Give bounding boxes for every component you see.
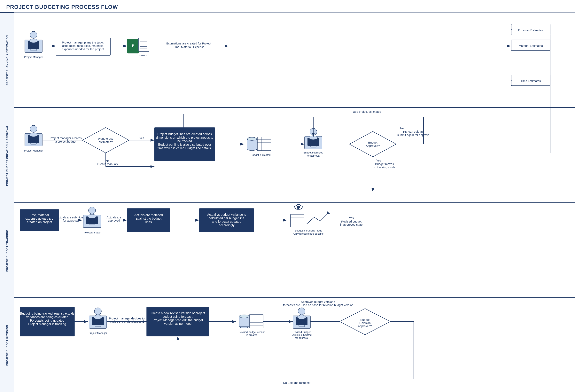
svg-point-6 xyxy=(30,31,37,38)
svg-point-104 xyxy=(88,214,96,218)
svg-text:No: No xyxy=(400,126,404,130)
svg-text:Actuals are submitted: Actuals are submitted xyxy=(57,216,85,219)
svg-point-7 xyxy=(29,39,38,43)
svg-rect-15 xyxy=(139,38,149,51)
content-area: PROJECT PLANNING & ESTIMATION PROJECT BU… xyxy=(0,12,575,392)
svg-text:👁: 👁 xyxy=(294,202,304,214)
svg-text:Approved?: Approved? xyxy=(366,144,380,147)
svg-text:Variances are being calculated: Variances are being calculated xyxy=(26,315,69,319)
svg-rect-5 xyxy=(31,49,36,51)
svg-text:schedules, resources, material: schedules, resources, materials, xyxy=(62,44,104,47)
main-title: PROJECT BUDGETING PROCESS FLOW xyxy=(0,0,575,12)
svg-text:Budget: Budget xyxy=(360,318,370,321)
svg-text:Time, material,: Time, material, xyxy=(29,213,49,217)
revised-submitted-icon: Revised Budget version submitted for app… xyxy=(292,308,311,339)
swimlane-label-1: PROJECT PLANNING & ESTIMATION xyxy=(0,12,14,108)
svg-text:created on project: created on project xyxy=(27,220,52,224)
svg-text:Create a new revised version o: Create a new revised version of project xyxy=(151,312,205,315)
svg-text:version as per need: version as per need xyxy=(164,322,192,325)
svg-point-158 xyxy=(239,315,249,318)
svg-text:version submitted: version submitted xyxy=(292,334,311,336)
svg-text:approved: approved xyxy=(108,219,120,222)
svg-text:is created: is created xyxy=(246,334,257,336)
flow-svg: Project Manager Project manager plans th… xyxy=(14,12,575,392)
svg-text:budget using forecast.: budget using forecast. xyxy=(162,315,193,318)
svg-text:for approval: for approval xyxy=(295,336,309,339)
svg-text:lines: lines xyxy=(145,220,152,224)
svg-point-63 xyxy=(247,137,257,140)
svg-rect-40 xyxy=(31,143,36,144)
svg-text:Use project estimates: Use project estimates xyxy=(353,110,381,113)
svg-text:in approved state: in approved state xyxy=(340,223,362,226)
svg-text:Create manualy: Create manualy xyxy=(97,162,118,166)
swimlanes: PROJECT PLANNING & ESTIMATION PROJECT BU… xyxy=(0,12,14,392)
svg-text:Forecasts being updated: Forecasts being updated xyxy=(30,319,64,322)
svg-rect-102 xyxy=(89,224,95,226)
svg-text:Yes: Yes xyxy=(349,216,354,220)
flow-area: Project Manager Project manager plans th… xyxy=(14,12,575,392)
svg-text:and forecast updated: and forecast updated xyxy=(212,220,241,223)
svg-rect-140 xyxy=(95,325,101,327)
svg-rect-119 xyxy=(290,214,304,227)
svg-text:Time, Material, Expense: Time, Material, Expense xyxy=(173,45,204,49)
pm-figure-row4: Project Manager xyxy=(89,308,107,335)
svg-point-142 xyxy=(94,315,102,319)
svg-rect-75 xyxy=(311,146,316,147)
svg-text:Revision: Revision xyxy=(359,321,371,324)
tracking-mode-icon: 👁 Budget in tracking mode Only forecasts… xyxy=(290,202,330,235)
svg-text:Project Manager: Project Manager xyxy=(89,332,107,335)
svg-text:Project: Project xyxy=(139,54,147,57)
pm-label-row1: Project Manager xyxy=(24,56,43,58)
svg-text:Material Estimates: Material Estimates xyxy=(519,44,543,47)
pm-figure-row3: Project Manager xyxy=(83,207,101,234)
svg-text:PM can edit and: PM can edit and xyxy=(403,130,424,133)
svg-text:Estimations are created for Pr: Estimations are created for Project xyxy=(166,42,211,45)
svg-text:Project Manager is tracking: Project Manager is tracking xyxy=(28,322,66,326)
svg-point-42 xyxy=(29,133,38,137)
svg-text:Project manager decides to: Project manager decides to xyxy=(109,317,145,320)
revised-budget-created-icon: Revised Budget version is created xyxy=(239,314,265,336)
svg-text:Time Estimates: Time Estimates xyxy=(521,79,541,82)
svg-text:P: P xyxy=(132,43,134,48)
swimlane-label-2: PROJECT BUDGET CREATION & APPROVAL xyxy=(0,108,14,203)
svg-text:Project Manager: Project Manager xyxy=(24,149,43,152)
svg-text:expenses needed for the projec: expenses needed for the project. xyxy=(62,47,104,51)
project-icon: P Project xyxy=(127,38,149,57)
swimlane-label-4: PROJECT BUDGET REVISION xyxy=(0,298,14,392)
budget-created-icon: Budget is created xyxy=(247,137,271,156)
svg-text:Revised Budget: Revised Budget xyxy=(293,331,311,334)
diagram-container: PROJECT BUDGETING PROCESS FLOW PROJECT P… xyxy=(0,0,575,392)
svg-text:Project Budget lines are creat: Project Budget lines are created across xyxy=(157,132,212,136)
svg-rect-64 xyxy=(257,137,271,150)
svg-text:Budget in tracking mode: Budget in tracking mode xyxy=(295,229,322,232)
svg-text:approved?: approved? xyxy=(358,324,372,328)
svg-text:estimates?: estimates? xyxy=(99,140,113,144)
pm-figure-row2: Project Manager xyxy=(24,125,43,152)
svg-text:be tracked: be tracked xyxy=(177,139,192,143)
svg-text:Revised Budget version: Revised Budget version xyxy=(239,331,265,334)
svg-text:Budget is being tracked agains: Budget is being tracked against actuals xyxy=(20,312,74,315)
svg-text:No Edit and resubmit: No Edit and resubmit xyxy=(283,381,311,384)
svg-text:Budget is created: Budget is created xyxy=(251,153,270,156)
svg-text:time which is called Budget li: time which is called Budget line details… xyxy=(158,147,212,150)
svg-text:Yes: Yes xyxy=(139,136,144,140)
svg-point-141 xyxy=(94,308,101,315)
svg-text:Actual vs budget variance is: Actual vs budget variance is xyxy=(207,213,246,216)
svg-text:expense actuals are: expense actuals are xyxy=(25,217,53,220)
svg-text:against the budget: against the budget xyxy=(136,217,162,220)
svg-text:No: No xyxy=(106,159,109,162)
svg-point-172 xyxy=(298,308,305,315)
svg-text:Project Manager: Project Manager xyxy=(83,231,101,234)
svg-text:Budget: Budget xyxy=(368,141,378,144)
svg-text:accordingly: accordingly xyxy=(219,223,235,227)
svg-text:calculated per budget line: calculated per budget line xyxy=(209,217,244,220)
svg-text:submit again for approval: submit again for approval xyxy=(397,133,430,137)
svg-marker-125 xyxy=(327,211,330,214)
svg-text:Want to use: Want to use xyxy=(98,137,113,140)
svg-rect-171 xyxy=(299,325,305,327)
svg-text:for approval: for approval xyxy=(307,154,320,157)
svg-text:Approved budget version's: Approved budget version's xyxy=(301,300,335,303)
svg-text:Actuals are matched: Actuals are matched xyxy=(134,213,163,217)
svg-text:Actuals are: Actuals are xyxy=(106,216,121,219)
svg-text:Yes: Yes xyxy=(376,159,381,162)
